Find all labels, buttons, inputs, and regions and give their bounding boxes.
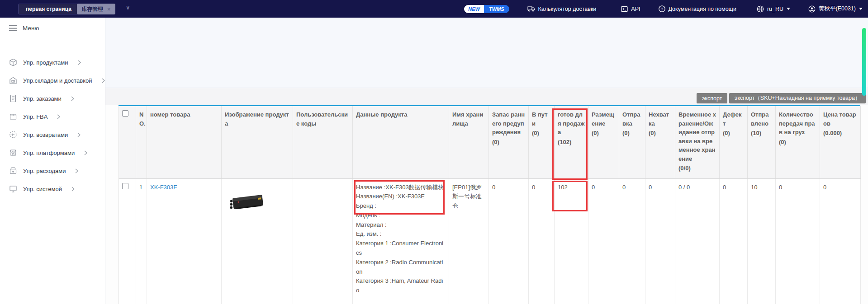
table-header-cell: Количество передач прав на груз(0) (776, 106, 820, 178)
tab-label: 库存管理 (81, 5, 103, 13)
sidebar-item-returns[interactable]: Упр. возвратами (9, 131, 81, 139)
new-twms-badge[interactable]: NEW TWMS (464, 5, 509, 13)
sidebar-item-expenses[interactable]: Упр. расходами (9, 167, 78, 175)
returns-icon (9, 131, 17, 139)
chevron-right-icon (84, 150, 87, 155)
product-detail-line: Название(EN) :XK-F303E (356, 192, 446, 201)
product-detail-line: Название :XK-F303数据传输模块 (356, 183, 446, 192)
column-label: Нехватка (649, 110, 672, 128)
value-cell: 0 (776, 178, 820, 304)
products-icon (9, 58, 17, 66)
export-sku-button[interactable]: экспорт（SKU+Накладная на приемку товара） (729, 93, 866, 103)
sidebar-item-label: Упр. FBA (23, 113, 47, 120)
sidebar-item-products[interactable]: Упр. продуктами (9, 58, 81, 66)
column-count: (0) (622, 129, 642, 138)
column-count: (0) (532, 129, 551, 138)
sidebar-item-platforms[interactable]: Упр. платформами (9, 149, 87, 157)
svg-text:?: ? (661, 7, 663, 11)
column-label: Цена товаров (823, 110, 857, 128)
topbar-menu: NEW TWMS Калькулятор доставки API ? (464, 0, 863, 18)
scrollbar-thumb[interactable] (862, 28, 866, 96)
product-detail-line: Бренд : (356, 201, 446, 211)
value-cell: 0 (588, 178, 619, 304)
chevron-down-icon[interactable]: ∨ (126, 4, 130, 11)
globe-icon (757, 5, 764, 13)
product-code-cell: XK-F303E (147, 178, 222, 304)
shipping-calculator-link[interactable]: Калькулятор доставки (527, 5, 597, 12)
sidebar-item-label: Упр. заказами (23, 95, 62, 102)
platforms-icon (9, 149, 17, 157)
api-label: API (631, 6, 640, 12)
warehouse-name-cell: [EP01]俄罗斯一号标准仓 (449, 178, 489, 304)
twms-badge-label: TWMS (484, 5, 509, 13)
table-header-cell: В пути(0) (529, 106, 555, 178)
user-menu[interactable]: 黄秋平(E0031) (808, 5, 863, 13)
new-badge-label: NEW (464, 5, 484, 13)
tab-inventory-management[interactable]: 库存管理 × (77, 4, 115, 14)
sidebar-item-fba[interactable]: Упр. FBA (9, 112, 60, 121)
table-header-cell: Данные продукта (353, 106, 449, 178)
value-cell: 10 (748, 178, 776, 304)
table-header-cell: Отправка(0) (619, 106, 645, 178)
value-cell: 0 (820, 178, 861, 304)
column-label: В пути (532, 110, 551, 128)
value-cell: 0 (619, 178, 645, 304)
product-image[interactable] (225, 183, 270, 219)
chevron-right-icon (78, 60, 81, 65)
sidebar-item-system[interactable]: Упр. системой (9, 185, 75, 193)
table-header-cell: Размещение(0) (588, 106, 619, 178)
sidebar-item-label: Упр. продуктами (23, 59, 68, 66)
product-details-cell: Название :XK-F303数据传输模块Название(EN) :XK-… (353, 178, 449, 304)
table-header-cell: Запас раннего предупреждения(0) (489, 106, 529, 178)
column-label: Дефект (723, 110, 744, 128)
shipping-calculator-label: Калькулятор доставки (538, 6, 597, 12)
api-link[interactable]: API (621, 6, 640, 12)
value-cell: 0 (529, 178, 555, 304)
value-cell: 0 (489, 178, 529, 304)
product-code-link[interactable]: XK-F303E (150, 184, 177, 191)
chevron-right-icon (71, 96, 74, 101)
sidebar-item-label: Упр. расходами (23, 168, 66, 174)
user-avatar-icon (808, 5, 816, 13)
chevron-right-icon (75, 168, 78, 173)
column-label: Временное хранение/Ожидание отправки на … (678, 110, 716, 163)
menu-toggle[interactable]: Меню (9, 25, 39, 32)
chevron-right-icon (71, 187, 75, 192)
language-label: ru_RU (767, 6, 783, 12)
chevron-right-icon (77, 132, 81, 137)
chevron-down-icon (859, 8, 863, 10)
column-count: (0) (649, 129, 672, 138)
column-count: (0.000) (823, 129, 857, 138)
top-navigation-bar: первая страница 库存管理 × ∨ NEW TWMS Кальку… (0, 0, 868, 18)
close-icon[interactable]: × (107, 6, 111, 13)
help-docs-link[interactable]: ? Документация по помощи (659, 5, 736, 12)
tab-first-page[interactable]: первая страница (18, 4, 79, 14)
column-label: NO. (139, 110, 143, 128)
column-label: Данные продукта (356, 110, 446, 119)
table-header-cell: Изображение продукта (222, 106, 293, 178)
product-detail-line: Модель : (356, 211, 446, 220)
sidebar-item-warehouse-delivery[interactable]: Упр.складом и доставкой (9, 76, 105, 84)
table-header-cell: Цена товаров(0.000) (820, 106, 861, 178)
product-detail-line: Категория 2 :Radio Communication (356, 258, 446, 277)
row-checkbox[interactable] (122, 183, 128, 189)
sidebar-item-label: Упр.складом и доставкой (23, 77, 92, 84)
language-selector[interactable]: ru_RU (757, 5, 790, 13)
export-button[interactable]: экспорт (697, 93, 727, 103)
inventory-table: NO.номер товараИзображение продуктаПольз… (119, 106, 861, 304)
column-label: Пользовательские коды (296, 110, 349, 128)
column-count: (0) (779, 138, 816, 147)
column-label: Размещение (592, 110, 616, 128)
row-select-cell (119, 178, 136, 304)
orders-icon (9, 94, 17, 103)
select-all-checkbox[interactable] (122, 110, 128, 117)
filter-panel (105, 18, 868, 88)
sidebar-item-label: Упр. возвратами (23, 131, 68, 138)
column-count: (0) (592, 129, 616, 138)
sidebar-item-orders[interactable]: Упр. заказами (9, 94, 74, 103)
sidebar: Меню Упр. продуктамиУпр.складом и достав… (0, 18, 105, 304)
value-cell: 0 (720, 178, 748, 304)
chevron-right-icon (102, 78, 105, 83)
column-label: готов для продажа (558, 110, 585, 137)
system-icon (9, 185, 17, 193)
